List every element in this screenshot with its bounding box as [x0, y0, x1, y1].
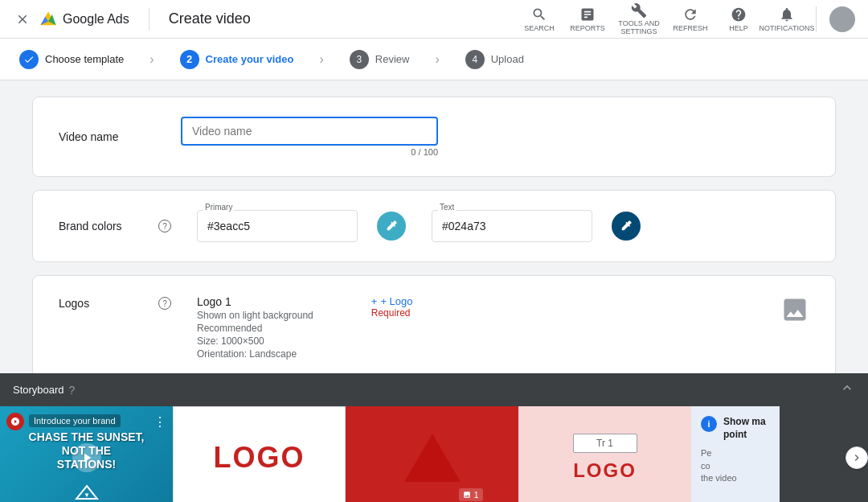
storyboard-header: Storyboard ?: [0, 373, 868, 406]
logo-info: Logo 1 Shown on light background Recomme…: [197, 295, 313, 360]
add-logo-label: + Logo: [380, 295, 412, 307]
video-name-row: Video name 0 / 100: [59, 117, 809, 157]
logo1-size: Size: 1000×500: [197, 335, 313, 347]
text-color-input[interactable]: [432, 210, 592, 242]
storyboard-collapse-button[interactable]: [839, 380, 855, 400]
step-1-circle: [19, 50, 39, 69]
reports-nav-label: REPORTS: [570, 24, 604, 32]
video-name-counter: 0 / 100: [181, 147, 438, 157]
brand-colors-label-container: Brand colors ?: [59, 220, 171, 232]
notifications-nav-button[interactable]: NOTIFICATIONS: [764, 0, 809, 39]
image-counter: 1: [459, 488, 482, 501]
logo-upload-area: + + Logo Required: [371, 295, 755, 319]
avatar[interactable]: [829, 6, 855, 32]
svg-text:▼: ▼: [84, 492, 90, 499]
logos-help-icon[interactable]: ?: [158, 297, 171, 310]
step-3-label: Review: [375, 53, 410, 65]
primary-color-picker-button[interactable]: [377, 212, 406, 241]
storyboard-help-icon[interactable]: ?: [69, 384, 76, 397]
help-nav-label: HELP: [729, 24, 748, 32]
main-content: Video name 0 / 100 Brand colors ? Primar…: [0, 80, 868, 373]
help-nav-button[interactable]: HELP: [716, 0, 761, 39]
refresh-nav-label: REFRESH: [673, 24, 707, 32]
step-create-video[interactable]: 2 Create your video: [180, 50, 294, 69]
logos-label: Logos: [59, 297, 155, 310]
storyboard-cards: Introduce your brand ⋮ CHASE THE SUNSET,…: [0, 406, 868, 502]
header-right: SEARCH REPORTS TOOLS AND SETTINGS REFRES…: [517, 0, 855, 39]
video-name-label: Video name: [59, 130, 155, 143]
add-logo-plus-icon: +: [371, 295, 378, 307]
video-name-input-container: 0 / 100: [181, 117, 438, 157]
brand-colors-row: Brand colors ? Primary Text: [59, 210, 809, 242]
logo1-subtitle: Shown on light background: [197, 310, 313, 321]
tools-nav-button[interactable]: TOOLS AND SETTINGS: [613, 0, 665, 39]
intro-badge: [6, 413, 24, 430]
header-separator: [816, 6, 817, 32]
logos-row: Logos ? Logo 1 Shown on light background…: [59, 295, 809, 360]
brand-colors-inputs: Primary Text: [197, 210, 809, 242]
info-circle: i: [701, 416, 717, 432]
step-connector-2: ›: [319, 52, 323, 67]
intro-big-text-1: CHASE THE SUNSET,: [8, 430, 165, 444]
header-divider: [149, 8, 149, 31]
image-count: 1: [473, 490, 478, 500]
video-name-input[interactable]: [181, 117, 438, 146]
step-connector-3: ›: [435, 52, 439, 67]
step-upload[interactable]: 4 Upload: [465, 50, 524, 69]
brand-colors-help-icon[interactable]: ?: [158, 220, 171, 232]
add-logo-button[interactable]: + + Logo: [371, 295, 413, 307]
logo-preview-icon: [780, 295, 809, 327]
page-title: Create video: [169, 10, 251, 27]
notifications-nav-label: NOTIFICATIONS: [760, 24, 815, 32]
step-4-label: Upload: [491, 53, 524, 65]
storyboard-card-info: i Show mapoint Pecothe video: [691, 406, 780, 502]
text-logo-text: LOGO: [573, 459, 637, 482]
refresh-nav-button[interactable]: REFRESH: [668, 0, 713, 39]
google-ads-logo: Google Ads: [39, 10, 129, 29]
storyboard: Storyboard ? Introduce your brand ⋮ CHAS…: [0, 373, 868, 502]
storyboard-card-text-logo[interactable]: Tr 1 LOGO: [518, 406, 691, 502]
logos-card: Logos ? Logo 1 Shown on light background…: [32, 275, 836, 373]
intro-menu-icon[interactable]: ⋮: [154, 414, 166, 430]
info-header: i Show mapoint: [701, 416, 770, 441]
primary-color-wrapper: Primary: [197, 210, 358, 242]
app-name: Google Ads: [63, 12, 129, 27]
storyboard-card-intro[interactable]: Introduce your brand ⋮ CHASE THE SUNSET,…: [0, 406, 173, 502]
storyboard-card-image[interactable]: 1: [346, 406, 518, 502]
triangle-shape: [404, 434, 461, 482]
video-name-card: Video name 0 / 100: [32, 97, 836, 177]
brand-colors-label: Brand colors: [59, 220, 155, 232]
text-color-label: Text: [438, 203, 456, 212]
close-button[interactable]: [13, 10, 32, 29]
step-2-label: Create your video: [206, 53, 294, 65]
storyboard-card-logo[interactable]: LOGO: [173, 406, 346, 502]
step-2-circle: 2: [180, 50, 199, 69]
logos-label-container: Logos ?: [59, 295, 171, 310]
step-review[interactable]: 3 Review: [350, 50, 410, 69]
google-ads-logo-icon: [39, 10, 58, 29]
step-4-circle: 4: [465, 50, 485, 69]
reports-nav-button[interactable]: REPORTS: [565, 0, 610, 39]
primary-color-label: Primary: [203, 203, 234, 212]
info-title: Show mapoint: [723, 416, 766, 441]
text-color-picker-button[interactable]: [612, 212, 641, 241]
primary-color-input[interactable]: [197, 210, 358, 242]
intro-label: Introduce your brand: [29, 414, 121, 427]
search-nav-button[interactable]: SEARCH: [517, 0, 562, 39]
brand-colors-card: Brand colors ? Primary Text: [32, 190, 836, 262]
step-3-circle: 3: [350, 50, 369, 69]
step-connector-1: ›: [149, 52, 154, 67]
info-body: Pecothe video: [701, 447, 770, 484]
storyboard-title-container: Storyboard ?: [13, 384, 75, 397]
text-color-wrapper: Text: [432, 210, 592, 242]
tr-box: Tr 1: [573, 434, 637, 453]
logo1-orientation: Orientation: Landscape: [197, 348, 313, 360]
play-button[interactable]: [72, 443, 101, 472]
storyboard-next-button[interactable]: [845, 446, 868, 469]
step-choose-template[interactable]: Choose template: [19, 50, 124, 69]
intro-bottom-logo: ▼: [75, 484, 99, 502]
header: Google Ads Create video SEARCH REPORTS T…: [0, 0, 868, 39]
header-left: Google Ads Create video: [13, 8, 251, 31]
add-logo-container: + + Logo Required: [371, 295, 413, 319]
logo1-title: Logo 1: [197, 295, 313, 308]
